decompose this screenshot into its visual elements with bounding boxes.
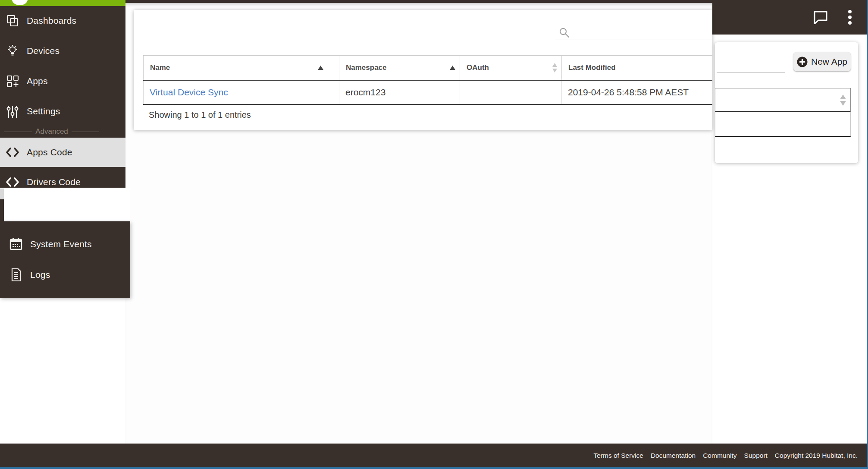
window-edge-bottom (0, 467, 868, 469)
devices-icon (5, 44, 20, 58)
cell-last-modified: 2019-04-26 5:48:58 PM AEST (562, 80, 713, 104)
apps-icon (5, 74, 20, 88)
cell-name: Virtual Device Sync (144, 80, 339, 104)
table-search-field[interactable] (555, 25, 712, 40)
column-header-oauth[interactable]: OAuth (460, 56, 562, 80)
dashboards-icon (5, 13, 20, 28)
footer-bar: Terms of Service Documentation Community… (0, 444, 868, 467)
footer-link-documentation[interactable]: Documentation (651, 452, 696, 460)
sort-both-icon (840, 94, 846, 106)
sidebar-item-label: Apps (27, 76, 48, 86)
calendar-icon (9, 237, 23, 252)
sidebar-item-label: Logs (30, 270, 50, 280)
sort-asc-icon (450, 66, 455, 70)
sidebar-item-apps[interactable]: Apps (0, 70, 125, 92)
sidebar-item-label: System Events (30, 239, 92, 249)
sidebar-gray-notch (0, 189, 4, 199)
cell-oauth (460, 80, 562, 104)
sidebar-edge-strip (0, 199, 4, 221)
advanced-label: Advanced (35, 127, 68, 136)
code-icon (5, 175, 20, 189)
sort-asc-icon (318, 66, 323, 70)
sidebar-brand-bar (0, 0, 125, 6)
sidebar-item-label: Drivers Code (27, 177, 81, 187)
side-tools-panel: New App (715, 42, 858, 163)
panel-filter-input[interactable] (717, 61, 785, 72)
footer-copyright: Copyright 2019 Hubitat, Inc. (775, 452, 858, 460)
sidebar-item-settings[interactable]: Settings (0, 100, 125, 123)
plus-circle-icon (797, 57, 808, 67)
new-app-button[interactable]: New App (793, 52, 851, 71)
column-header-last-modified[interactable]: Last Modified (562, 56, 713, 80)
logs-icon (9, 268, 23, 282)
chat-icon[interactable] (812, 9, 829, 26)
sidebar-item-label: Settings (27, 106, 60, 116)
column-header-name[interactable]: Name (144, 56, 339, 80)
app-link[interactable]: Virtual Device Sync (150, 87, 228, 97)
apps-table-panel: Name Namespace OAuth (134, 10, 712, 130)
sidebar-item-label: Dashboards (27, 16, 76, 26)
sidebar-item-apps-code[interactable]: Apps Code (0, 138, 125, 167)
footer-link-terms[interactable]: Terms of Service (593, 452, 643, 460)
apps-table: Name Namespace OAuth (143, 55, 712, 105)
cell-namespace: erocm123 (339, 80, 460, 104)
panel-filter-field[interactable] (717, 59, 785, 72)
advanced-section-divider: Advanced (4, 127, 99, 136)
sidebar-lower-section: System Events Logs (0, 221, 130, 298)
code-icon (5, 145, 20, 160)
sidebar-item-label: Apps Code (27, 147, 72, 157)
search-icon (559, 27, 570, 38)
table-header-row: Name Namespace OAuth (144, 56, 713, 80)
sidebar-overlay-gap (4, 188, 130, 221)
kebab-menu-icon[interactable] (841, 9, 859, 26)
sidebar-item-label: Devices (27, 46, 60, 56)
panel-select-box[interactable] (715, 88, 851, 112)
hubitat-logo[interactable] (12, 0, 28, 5)
sort-both-icon (552, 63, 557, 72)
table-row: Virtual Device Sync erocm123 2019-04-26 … (144, 80, 713, 104)
sidebar-item-logs[interactable]: Logs (0, 264, 130, 286)
sidebar-item-dashboards[interactable]: Dashboards (0, 9, 125, 32)
sidebar-item-system-events[interactable]: System Events (0, 233, 130, 255)
column-header-namespace[interactable]: Namespace (339, 56, 460, 80)
table-summary: Showing 1 to 1 of 1 entries (149, 110, 251, 120)
footer-link-community[interactable]: Community (703, 452, 736, 460)
header-actions (812, 0, 859, 35)
search-input[interactable] (573, 28, 712, 40)
panel-empty-row[interactable] (715, 112, 851, 137)
sidebar: Dashboards Devices Apps (0, 0, 125, 188)
settings-icon (5, 104, 20, 119)
footer-link-support[interactable]: Support (744, 452, 768, 460)
sidebar-item-devices[interactable]: Devices (0, 40, 125, 62)
